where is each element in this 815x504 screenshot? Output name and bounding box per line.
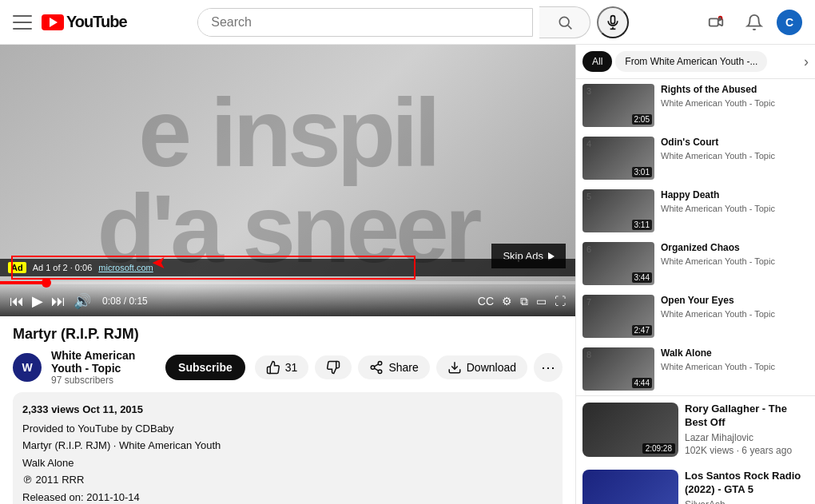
video-background-text: e inspild'a sneer	[97, 85, 478, 276]
recommendation-item[interactable]: 2:19:52 Los Santos Rock Radio (2022) - G…	[576, 463, 815, 504]
playlist-item-channel: White American Youth - Topic	[661, 256, 809, 266]
ad-url[interactable]: microsoft.com	[98, 263, 153, 272]
rec-channel: SilverAsh	[685, 499, 809, 504]
miniplayer-button[interactable]: ⧉	[520, 295, 528, 308]
video-info: Martyr (R.I.P. RJM) W White American You…	[0, 316, 575, 504]
svg-point-8	[379, 362, 383, 366]
tabs-more-button[interactable]: ›	[804, 54, 809, 70]
search-button[interactable]	[539, 6, 590, 38]
tab-all[interactable]: All	[582, 51, 612, 72]
share-button[interactable]: Share	[358, 355, 429, 379]
recommendations-section: 2:09:28 Rory Gallagher - The Best Off La…	[576, 395, 815, 504]
playlist-item-info: Odin's Court White American Youth - Topi…	[661, 137, 809, 161]
playlist-item-title: Walk Alone	[661, 347, 809, 360]
recommendation-item[interactable]: 2:09:28 Rory Gallagher - The Best Off La…	[576, 396, 815, 463]
dislike-button[interactable]	[315, 355, 352, 379]
svg-line-1	[568, 25, 572, 29]
hamburger-menu-button[interactable]	[13, 15, 32, 30]
video-player[interactable]: e inspild'a sneer Skip Ads Ad Ad 1 of 2 …	[0, 45, 575, 316]
playlist-item[interactable]: 7 2:47 Open Your Eyes White American You…	[576, 290, 815, 343]
channel-avatar: W	[13, 353, 42, 382]
progress-bar-fill	[0, 281, 46, 284]
playlist-item-num: 7	[586, 297, 591, 307]
svg-point-0	[559, 17, 569, 26]
channel-row: W White American Youth - Topic 97 subscr…	[13, 349, 563, 386]
header-left: YouTube	[13, 13, 127, 31]
download-button[interactable]: Download	[436, 355, 527, 379]
playlist-item-title: Open Your Eyes	[661, 295, 809, 308]
playlist-item-info: Open Your Eyes White American Youth - To…	[661, 295, 809, 319]
ad-counter: Ad 1 of 2 · 0:06	[33, 263, 93, 272]
svg-line-12	[375, 364, 379, 367]
notifications-icon	[745, 14, 763, 31]
desc-provider: Provided to YouTube by CDBaby	[22, 421, 553, 437]
playlist-item[interactable]: 6 3:44 Organized Chaos White American Yo…	[576, 237, 815, 290]
search-input[interactable]	[198, 9, 532, 36]
youtube-logo[interactable]: YouTube	[42, 13, 127, 31]
search-box	[197, 8, 533, 37]
svg-rect-5	[710, 18, 718, 26]
next-button[interactable]: ⏭	[51, 293, 66, 310]
playlist-item[interactable]: 4 3:01 Odin's Court White American Youth…	[576, 132, 815, 185]
rec-info: Rory Gallagher - The Best Off Lazar Miha…	[685, 403, 809, 457]
notifications-button[interactable]	[738, 6, 770, 38]
subscribe-button[interactable]: Subscribe	[165, 355, 245, 380]
playlist-item-num: 6	[586, 244, 591, 254]
playlist-items: 3 2:05 Rights of the Abused White Americ…	[576, 79, 815, 395]
svg-text:+: +	[719, 17, 722, 21]
main-layout: e inspild'a sneer Skip Ads Ad Ad 1 of 2 …	[0, 45, 815, 504]
youtube-wordmark: YouTube	[66, 13, 127, 31]
tab-from-channel[interactable]: From White American Youth -...	[615, 51, 767, 72]
volume-button[interactable]: 🔊	[74, 292, 91, 310]
playlist-thumb: 8 4:44	[582, 347, 654, 391]
rec-duration: 2:09:28	[642, 443, 675, 454]
cc-button[interactable]: CC	[478, 295, 494, 308]
playlist-thumb: 5 3:11	[582, 189, 654, 232]
avatar[interactable]: C	[777, 10, 802, 35]
like-icon	[266, 360, 280, 375]
playlist-thumb: 4 3:01	[582, 137, 654, 180]
theater-button[interactable]: ▭	[536, 295, 547, 308]
rec-thumb: 2:19:52	[582, 470, 678, 504]
play-button[interactable]: ▶	[32, 292, 43, 310]
playlist-thumb: 7 2:47	[582, 295, 654, 338]
playlist-item-info: Organized Chaos White American Youth - T…	[661, 242, 809, 266]
rec-title: Los Santos Rock Radio (2022) - GTA 5	[685, 470, 809, 497]
channel-subscribers: 97 subscribers	[51, 375, 156, 386]
header-right: + C	[700, 6, 802, 38]
channel-name[interactable]: White American Youth - Topic	[51, 349, 156, 375]
playlist-item-title: Odin's Court	[661, 137, 809, 149]
playlist-item[interactable]: 8 4:44 Walk Alone White American Youth -…	[576, 343, 815, 395]
fullscreen-button[interactable]: ⛶	[555, 295, 566, 308]
playlist-item-info: Happy Death White American Youth - Topic	[661, 189, 809, 213]
ad-label-badge: Ad	[8, 262, 26, 273]
playlist-item-channel: White American Youth - Topic	[661, 309, 809, 319]
prev-button[interactable]: ⏮	[10, 293, 24, 310]
rec-info: Los Santos Rock Radio (2022) - GTA 5 Sil…	[685, 470, 809, 504]
svg-rect-2	[611, 15, 615, 23]
desc-views: 2,333 views Oct 11, 2015	[22, 402, 553, 418]
playlist-item[interactable]: 3 2:05 Rights of the Abused White Americ…	[576, 79, 815, 132]
player-controls: ⏮ ▶ ⏭ 🔊 0:08 / 0:15 CC ⚙ ⧉ ▭ ⛶	[0, 286, 575, 316]
like-button[interactable]: 31	[255, 355, 309, 379]
desc-rights: ℗ 2011 RRR	[22, 472, 553, 488]
share-label: Share	[388, 361, 418, 374]
playlist-item-num: 5	[586, 192, 591, 201]
playlist-thumb: 3 2:05	[582, 84, 654, 127]
mic-button[interactable]	[597, 6, 629, 38]
playlist-item[interactable]: 5 3:11 Happy Death White American Youth …	[576, 185, 815, 237]
like-count: 31	[285, 361, 298, 374]
description-box: 2,333 views Oct 11, 2015 Provided to You…	[13, 392, 563, 504]
playlist-item-duration: 3:11	[632, 220, 652, 230]
playlist-item-duration: 2:47	[632, 325, 652, 335]
ad-bar: Ad Ad 1 of 2 · 0:06 microsoft.com	[0, 259, 575, 276]
playlist-item-info: Rights of the Abused White American Yout…	[661, 84, 809, 108]
ad-arrow-indicator: ➤	[152, 252, 166, 273]
create-button[interactable]: +	[700, 6, 732, 38]
progress-bar[interactable]	[0, 281, 575, 284]
create-icon: +	[707, 14, 725, 31]
download-icon	[447, 360, 462, 375]
playlist-item-channel: White American Youth - Topic	[661, 151, 809, 161]
more-options-button[interactable]: ⋯	[534, 353, 563, 382]
settings-button[interactable]: ⚙	[502, 295, 512, 308]
